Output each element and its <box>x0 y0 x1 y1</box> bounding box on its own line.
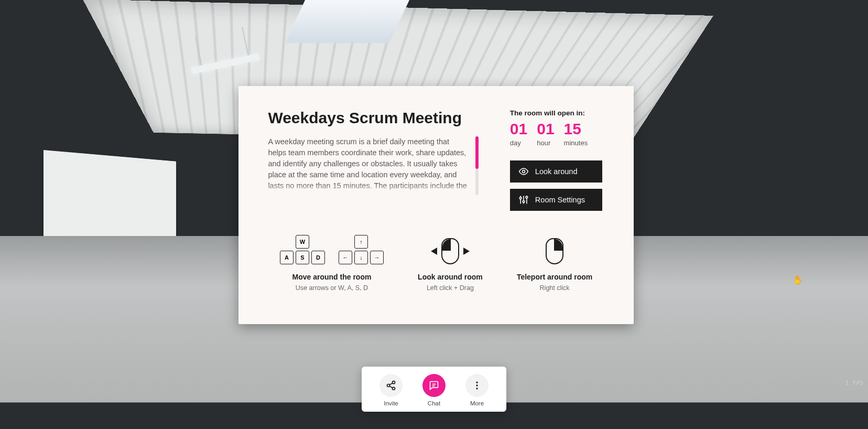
hand-cursor-icon: ✋ <box>791 274 804 285</box>
guide-teleport: Teleport around room Right click <box>517 238 592 292</box>
more-label: More <box>470 400 484 406</box>
countdown-day-unit: day <box>510 139 527 147</box>
countdown-min-unit: minutes <box>564 139 588 147</box>
invite-label: Invite <box>384 400 398 406</box>
guide-look-sub: Left click + Drag <box>427 284 474 292</box>
skylight <box>285 0 409 43</box>
countdown-label: The room will open in: <box>510 109 604 117</box>
more-button[interactable]: More <box>465 374 489 406</box>
guide-teleport-sub: Right click <box>540 284 570 292</box>
svg-point-6 <box>526 196 528 198</box>
svg-point-15 <box>476 385 478 387</box>
countdown-min-value: 15 <box>564 121 588 137</box>
countdown: 01 day 01 hour 15 minutes <box>510 121 604 147</box>
share-icon <box>386 380 396 391</box>
svg-point-4 <box>519 197 522 199</box>
guide-look-title: Look around room <box>418 273 483 281</box>
svg-point-9 <box>393 388 395 390</box>
guide-teleport-title: Teleport around room <box>517 273 592 281</box>
mouse-rightclick-icon <box>546 238 563 264</box>
chat-icon <box>429 380 439 391</box>
svg-point-14 <box>476 382 478 383</box>
svg-point-7 <box>393 381 395 384</box>
invite-button[interactable]: Invite <box>379 374 403 406</box>
chat-label: Chat <box>428 400 440 406</box>
room-info-panel: Weekdays Scrum Meeting A weekday meeting… <box>238 86 633 324</box>
fps-counter: 1 FPS <box>845 380 864 386</box>
countdown-hour-value: 01 <box>537 121 554 137</box>
countdown-day-value: 01 <box>510 121 527 137</box>
svg-line-11 <box>389 387 393 388</box>
controls-guide: W A S D ↑ ← ↓ → Move around the ro <box>268 235 604 292</box>
guide-look: Look around room Left click + Drag <box>418 238 483 292</box>
eye-icon <box>518 166 529 177</box>
mouse-drag-icon <box>431 238 470 264</box>
svg-point-16 <box>476 388 478 389</box>
svg-point-5 <box>523 200 525 202</box>
svg-point-8 <box>387 384 390 387</box>
wasd-keys-icon: W A S D <box>280 235 325 264</box>
svg-point-0 <box>522 170 525 173</box>
look-around-label: Look around <box>535 167 578 176</box>
sliders-icon <box>518 195 529 205</box>
chat-button[interactable]: Chat <box>422 374 446 406</box>
countdown-hour-unit: hour <box>537 139 554 147</box>
bottom-dock: Invite Chat More <box>362 367 506 412</box>
arrow-keys-icon: ↑ ← ↓ → <box>339 235 384 264</box>
meeting-title: Weekdays Scrum Meeting <box>268 109 478 127</box>
description-scrollbar[interactable] <box>475 136 479 195</box>
meeting-description-scroll[interactable]: A weekday meeting scrum is a brief daily… <box>268 136 478 195</box>
room-settings-button[interactable]: Room Settings <box>510 189 602 211</box>
guide-move: W A S D ↑ ← ↓ → Move around the ro <box>280 235 384 292</box>
more-vertical-icon <box>472 380 482 391</box>
guide-move-sub: Use arrows or W, A, S, D <box>296 284 368 292</box>
guide-move-title: Move around the room <box>292 273 372 281</box>
svg-line-10 <box>389 383 393 385</box>
look-around-button[interactable]: Look around <box>510 160 602 183</box>
room-settings-label: Room Settings <box>535 196 585 204</box>
